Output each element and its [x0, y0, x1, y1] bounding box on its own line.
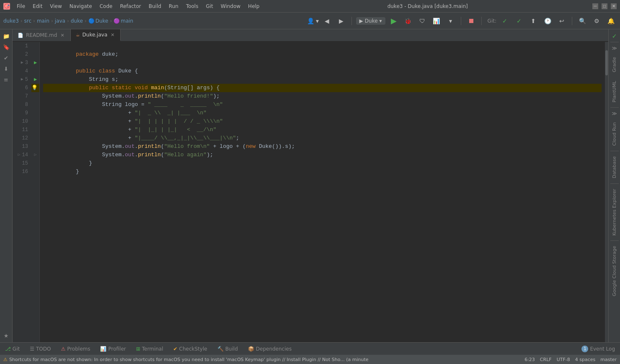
sidebar-icon-bookmark[interactable]: 🔖 — [1, 42, 11, 52]
vtab-gcs[interactable]: Google Cloud Storage — [610, 242, 618, 300]
forward-button[interactable]: ▶ — [336, 15, 347, 27]
minimize-button[interactable]: ─ — [592, 3, 598, 9]
fold-arrow-14[interactable]: ▷ — [18, 151, 21, 159]
debug-button[interactable]: 🐞 — [402, 15, 414, 27]
code-editor: 1 2 ▶ 3 4 ▶ 5 6 7 8 9 10 11 12 13 — [13, 42, 608, 342]
profiler-button[interactable]: 📊 — [431, 15, 442, 27]
gutter-6[interactable]: 💡 — [31, 84, 39, 92]
vertical-scrollbar[interactable] — [605, 42, 608, 342]
indent[interactable]: 4 spaces — [575, 357, 596, 362]
expand-button[interactable]: ≫ — [612, 43, 617, 53]
code-content[interactable]: package duke; public class Duke { String… — [40, 42, 605, 342]
line-col[interactable]: 6:23 — [524, 357, 535, 362]
bulb-icon[interactable]: 💡 — [31, 84, 38, 92]
expand-icon: ≫ — [612, 45, 617, 51]
line-num-2: 2 — [16, 50, 28, 59]
sidebar-icon-favorites[interactable]: ★ — [1, 330, 11, 341]
menu-view[interactable]: View — [46, 3, 65, 10]
menu-file[interactable]: File — [13, 3, 28, 10]
run-config-dropdown[interactable]: ▶ Duke ▾ — [356, 17, 385, 25]
line-num-11: 11 — [16, 126, 28, 134]
breadcrumb-main[interactable]: main — [37, 18, 49, 24]
gutter-14: ▷ — [31, 151, 39, 159]
run-gutter-5[interactable]: ▶ — [34, 75, 37, 84]
event-log[interactable]: 1 Event Log — [576, 343, 620, 355]
bottom-tab-todo[interactable]: ☰ TODO — [25, 343, 56, 355]
sidebar-icon-pullrequest[interactable]: ⬇ — [1, 64, 11, 74]
vtab-cloudrun[interactable]: Cloud Run — [610, 118, 618, 150]
breadcrumb-duke[interactable]: duke — [71, 18, 83, 24]
notifications-button[interactable]: 🔔 — [605, 15, 617, 27]
bottom-tab-dependencies[interactable]: 📦 Dependencies — [243, 343, 297, 355]
breadcrumb-project[interactable]: duke3 — [3, 18, 19, 24]
terminal-tab-icon: ⊞ — [136, 346, 140, 352]
account-button[interactable]: 👤 ▾ — [307, 15, 319, 27]
toolbar-separator-1 — [351, 17, 352, 25]
more-run-button[interactable]: ▾ — [445, 15, 457, 27]
menu-refactor[interactable]: Refactor — [116, 3, 144, 10]
menu-edit[interactable]: Edit — [29, 3, 46, 10]
vtab-database[interactable]: Database — [610, 152, 618, 183]
git-checkmark-button[interactable]: ✓ — [499, 15, 511, 27]
tab-bar: 📄 README.md ✕ ☕ Duke.java ✕ — [13, 29, 608, 42]
breadcrumb-method[interactable]: 🟣 — [114, 18, 120, 24]
menu-window[interactable]: Window — [217, 3, 244, 10]
vtab-plantuml[interactable]: PlantUML — [610, 77, 618, 106]
back-button[interactable]: ◀ — [321, 15, 333, 27]
tab-readme[interactable]: 📄 README.md ✕ — [13, 29, 71, 41]
tab-readme-close[interactable]: ✕ — [59, 33, 65, 38]
breadcrumb-main-method[interactable]: main — [121, 18, 133, 24]
tab-java-close[interactable]: ✕ — [110, 32, 115, 38]
vtab-kubernetes[interactable]: Kubernetes Explorer — [610, 185, 618, 240]
sidebar-icon-structure[interactable]: ≡ — [1, 75, 11, 85]
warning-icon: ⚠ — [3, 357, 8, 362]
settings-button[interactable]: ⚙ — [591, 15, 602, 27]
gutter-5[interactable]: ▶ — [31, 75, 39, 84]
cloud-run-expand[interactable]: ≫ — [612, 108, 617, 118]
menu-git[interactable]: Git — [202, 3, 216, 10]
bottom-tab-problems[interactable]: ⚠ Problems — [56, 343, 95, 355]
git-update-button[interactable]: ⬆ — [527, 15, 539, 27]
sidebar-icon-project[interactable]: 📁 — [1, 31, 11, 41]
bottom-tab-checkstyle[interactable]: ✔ CheckStyle — [168, 343, 212, 355]
gutter-3[interactable]: ▶ — [31, 59, 39, 67]
line-num-4: 4 — [16, 67, 28, 75]
bottom-tab-build[interactable]: 🔨 Build — [212, 343, 243, 355]
git-rollback-button[interactable]: ↩ — [556, 15, 568, 27]
status-warning-text[interactable]: Shortcuts for macOS are not shown: In or… — [9, 357, 369, 362]
bottom-tab-git[interactable]: ⎇ Git — [0, 343, 25, 355]
run-button[interactable]: ▶ — [388, 15, 400, 27]
menu-tools[interactable]: Tools — [183, 3, 202, 10]
breadcrumb-duke-class[interactable]: Duke — [96, 18, 108, 24]
breadcrumb-class[interactable]: 🔵 — [88, 18, 95, 24]
breadcrumb-src[interactable]: src — [24, 18, 32, 24]
maximize-button[interactable]: □ — [602, 3, 607, 9]
tab-duke-java[interactable]: ☕ Duke.java ✕ — [71, 29, 121, 41]
menu-code[interactable]: Code — [96, 3, 116, 10]
fold-arrow-5[interactable]: ▶ — [21, 75, 23, 84]
line-ending[interactable]: CRLF — [540, 357, 552, 362]
menu-run[interactable]: Run — [165, 3, 182, 10]
run-config-label: Duke — [365, 18, 378, 24]
menu-build[interactable]: Build — [145, 3, 165, 10]
run-gutter-3[interactable]: ▶ — [34, 59, 37, 67]
bottom-tab-profiler[interactable]: 📊 Profiler — [95, 343, 131, 355]
bottom-tab-terminal[interactable]: ⊞ Terminal — [131, 343, 168, 355]
menu-help[interactable]: Help — [245, 3, 263, 10]
fold-arrow-3[interactable]: ▶ — [21, 59, 23, 67]
git-branch[interactable]: master — [600, 357, 617, 362]
menu-navigate[interactable]: Navigate — [66, 3, 96, 10]
breadcrumb-java[interactable]: java — [55, 18, 65, 24]
sidebar-icon-commit[interactable]: ✔ — [1, 53, 11, 63]
scrollbar-thumb[interactable] — [605, 50, 608, 75]
coverage-button[interactable]: 🛡 — [416, 15, 428, 27]
git-history-button[interactable]: 🕐 — [542, 15, 553, 27]
bottom-tabs: ⎇ Git ☰ TODO ⚠ Problems 📊 Profiler ⊞ Ter… — [0, 342, 620, 355]
close-button[interactable]: ✕ — [611, 3, 617, 9]
build-tab-label: Build — [225, 346, 238, 352]
stop-button[interactable]: ⏹ — [465, 15, 477, 27]
charset[interactable]: UTF-8 — [557, 357, 570, 362]
search-button[interactable]: 🔍 — [576, 15, 588, 27]
git-push-button[interactable]: ✓ — [513, 15, 525, 27]
vtab-gradle[interactable]: Gradle — [610, 53, 618, 77]
